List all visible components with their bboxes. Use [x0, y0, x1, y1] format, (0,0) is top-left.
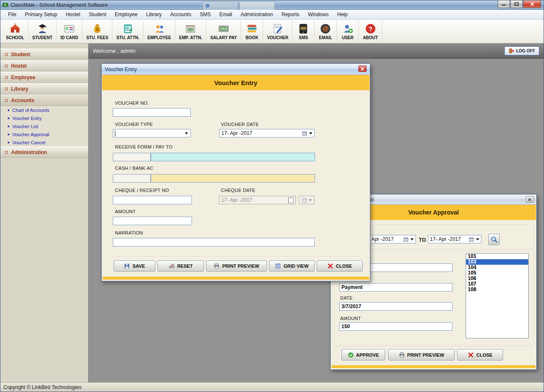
sidebar-item[interactable]: Voucher Cancel	[0, 138, 88, 146]
sidebar-item-label: Library	[11, 86, 29, 92]
toolbar-button[interactable]: BOOK	[241, 20, 263, 42]
dropdown-arrow-icon[interactable]	[410, 238, 414, 240]
toolbar-button[interactable]: @ EMAIL	[315, 20, 337, 42]
menu-item[interactable]: Windows	[303, 10, 333, 19]
employee-icon	[154, 23, 165, 34]
calendar-icon[interactable]	[403, 237, 409, 242]
toolbar-button[interactable]: SCHOOL	[2, 20, 29, 42]
welcome-bar: Welcome , admin LOG OFF	[89, 43, 544, 59]
approval-close-button[interactable]: CLOSE	[457, 349, 503, 361]
menu-item[interactable]: Student	[84, 10, 110, 19]
toolbar-button[interactable]: SMS SMS	[292, 20, 315, 42]
cash-bank-name-box[interactable]	[151, 174, 315, 183]
cheque-no-input[interactable]	[113, 196, 192, 204]
menu-item[interactable]: Accounts	[166, 10, 195, 19]
window-titlebar[interactable]: C ClassMate - School Management Software	[0, 0, 544, 10]
amount-input[interactable]	[113, 217, 192, 225]
grid-view-button[interactable]: GRID VIEW	[269, 260, 315, 272]
menu-item[interactable]: Help	[333, 10, 352, 19]
dropdown-arrow-icon[interactable]	[185, 132, 188, 134]
toolbar-button[interactable]: EMPLOYEE	[143, 20, 175, 42]
menu-item[interactable]: Reports	[277, 10, 303, 19]
voucher-list-item[interactable]: 108	[466, 287, 528, 292]
menu-item[interactable]: Hostel	[61, 10, 84, 19]
menu-item[interactable]: File	[4, 10, 20, 19]
menu-item[interactable]: Primary Setup	[20, 10, 61, 19]
cheque-date-calendar-button[interactable]	[299, 196, 315, 204]
voucher-approval-close-button[interactable]	[526, 196, 534, 203]
narration-input[interactable]	[113, 238, 315, 246]
dropdown-arrow-icon[interactable]	[309, 132, 312, 134]
calendar-icon[interactable]	[302, 131, 307, 136]
date-range-to-label: TO	[419, 237, 426, 243]
school-icon	[9, 23, 21, 34]
sidebar-item[interactable]: Student	[0, 49, 88, 60]
sidebar-item-label: Voucher Cancel	[12, 140, 46, 145]
approval-search-button[interactable]	[488, 234, 500, 245]
sidebar-item[interactable]: Voucher Entry	[0, 114, 88, 122]
toolbar-button[interactable]: ? ABOUT	[359, 20, 382, 42]
background-browser-tab-2[interactable]	[239, 1, 275, 10]
toolbar-button[interactable]: EMP. ATTN.	[175, 20, 206, 42]
menu-item[interactable]: Email	[215, 10, 236, 19]
menu-item[interactable]: SMS	[195, 10, 215, 19]
logoff-button[interactable]: LOG OFF	[504, 46, 539, 55]
cheque-date-picker[interactable]: 17- Apr -2017	[219, 196, 296, 204]
toolbar-button[interactable]: STUDENT	[29, 20, 57, 42]
sidebar-item[interactable]: Hostel	[0, 60, 88, 72]
book-icon	[246, 23, 258, 34]
cash-bank-code-box[interactable]	[113, 174, 151, 183]
sidebar-item[interactable]: Accounts	[0, 94, 88, 106]
voucher-entry-titlebar[interactable]: Voucher Entry	[102, 64, 370, 75]
sidebar-item[interactable]: Chart of Accounts	[0, 106, 88, 114]
voucher-number-list[interactable]: 101 103 104 105 106 107 108	[466, 253, 529, 338]
voucher-type-combobox[interactable]	[113, 129, 191, 137]
approval-date-to-picker[interactable]: 17- Apr -2017	[428, 235, 481, 243]
toolbar-button-label: EMPLOYEE	[147, 35, 171, 40]
reset-button[interactable]: RESET	[157, 260, 204, 272]
receive-from-name-box[interactable]	[151, 153, 315, 161]
sidebar-item[interactable]: Employee	[0, 72, 88, 83]
voucher-no-input[interactable]	[113, 108, 191, 117]
sidebar-item[interactable]: Library	[0, 83, 88, 94]
approval-amount-input[interactable]	[339, 322, 452, 331]
employee-attendance-icon	[185, 23, 196, 34]
voucher-date-picker[interactable]: 17- Apr -2017	[219, 129, 315, 137]
toolbar-button[interactable]: ID CARD	[57, 20, 83, 42]
sidebar-item[interactable]: Voucher List	[0, 122, 88, 130]
toolbar-button[interactable]: USER	[337, 20, 359, 42]
approval-date-input[interactable]	[339, 302, 452, 311]
menu-item[interactable]: Library	[142, 10, 166, 19]
sidebar-item[interactable]: Administration	[0, 146, 88, 158]
approve-button[interactable]: APPROVE	[341, 349, 385, 361]
approval-print-preview-button[interactable]: PRINT PREVIEW	[388, 349, 455, 361]
toolbar-button-label: SMS	[299, 35, 308, 40]
sidebar-item-label: Voucher Approval	[12, 132, 49, 137]
receive-from-code-box[interactable]	[113, 153, 151, 161]
close-icon	[468, 352, 474, 358]
sidebar-item-label: Accounts	[11, 97, 34, 103]
toolbar-button[interactable]: SALARY PAY	[206, 20, 241, 42]
maximize-button[interactable]	[510, 0, 523, 8]
entry-close-button[interactable]: CLOSE	[317, 260, 363, 272]
dropdown-arrow-icon[interactable]	[476, 238, 479, 240]
toolbar-button[interactable]: $ STU. FEES	[83, 20, 113, 42]
sidebar-item[interactable]: Voucher Approval	[0, 130, 88, 138]
minimize-button[interactable]	[498, 0, 510, 8]
toolbar-button-label: BOOK	[246, 35, 258, 40]
close-button[interactable]	[523, 0, 541, 8]
sidebar-item-label: Voucher List	[12, 124, 38, 129]
approval-voucher-type-input[interactable]	[339, 283, 452, 292]
voucher-entry-close-button[interactable]	[358, 66, 366, 72]
menu-item[interactable]: Administration	[236, 10, 277, 19]
toolbar-button[interactable]: VOUCHER	[263, 20, 292, 42]
print-preview-button[interactable]: PRINT PREVIEW	[206, 260, 267, 272]
save-button[interactable]: SAVE	[114, 260, 155, 272]
toolbar-button[interactable]: STU. ATTN.	[112, 20, 143, 42]
menu-item[interactable]: Employee	[111, 10, 142, 19]
background-browser-tab-1[interactable]	[203, 1, 238, 10]
calendar-icon[interactable]	[469, 237, 474, 242]
logoff-label: LOG OFF	[516, 49, 535, 53]
cheque-date-checkbox[interactable]	[288, 197, 294, 203]
sidebar-item-bullet	[5, 151, 8, 154]
